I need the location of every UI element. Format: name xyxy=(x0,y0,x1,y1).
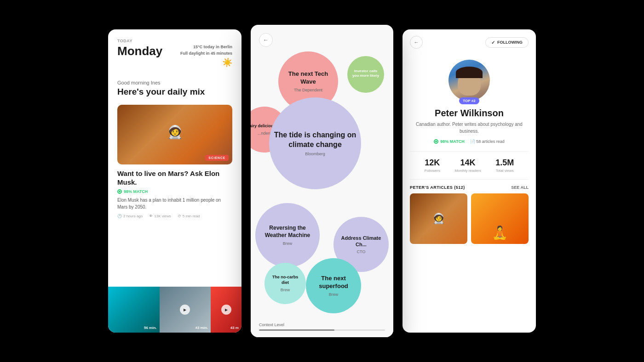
thumb-duration-1: 56 min. xyxy=(144,326,157,330)
thumbnail-2[interactable]: ▶ 43 min. xyxy=(160,287,211,333)
bubble-tide[interactable]: The tide is changing on climate change B… xyxy=(269,97,361,189)
views: 👁 13K views xyxy=(149,214,171,218)
top-badge: TOP #2 xyxy=(459,97,479,104)
articles-header: PETER'S ARTICLES (512) SEE ALL xyxy=(402,180,536,193)
article-thumb-2[interactable]: 🧘 xyxy=(471,193,529,244)
screen-daily-mix: TODAY Monday 15°C today in Berlin Full d… xyxy=(108,29,242,333)
play-button-2[interactable]: ▶ xyxy=(180,305,190,315)
bubble-green[interactable]: Investor calls you more likely xyxy=(347,56,384,93)
avatar-face xyxy=(458,70,481,96)
context-progress-track[interactable] xyxy=(259,329,385,331)
bubble-address-title: Address Climate Ch... xyxy=(338,235,384,248)
s1-header: TODAY Monday 15°C today in Berlin Full d… xyxy=(108,29,242,74)
bubble-reversing-title: Reversing the Weather Machine xyxy=(260,225,315,239)
play-button-3[interactable]: ▶ xyxy=(221,305,231,315)
match-indicator: 98% MATCH xyxy=(117,189,232,194)
bubble-tech-wave-title: The next Tech Wave xyxy=(283,70,334,86)
articles-read: 📄 58 articles read xyxy=(470,139,505,144)
sun-icon: ☀️ xyxy=(222,58,232,67)
weather-info: 15°C today in Berlin Full daylight in 45… xyxy=(180,44,232,69)
article-meta: 🕐 2 hours ago 👁 13K views ⏱ 5 min read xyxy=(117,214,232,218)
match-row: 98% MATCH 📄 58 articles read xyxy=(434,139,504,144)
bubble-green-title: Investor calls you more likely xyxy=(352,69,380,79)
bubble-tech-wave-subtitle: The Dependent xyxy=(294,88,322,92)
s3-header: ← ✓ FOLLOWING xyxy=(402,29,536,55)
bubble-superfood[interactable]: The next superfood Brew xyxy=(306,258,361,313)
greeting-section: Good morning Ines Here's your daily mix xyxy=(108,74,242,100)
followers-count: 12K xyxy=(425,158,440,168)
eye-icon: 👁 xyxy=(149,214,153,218)
stat-followers: 12K Followers xyxy=(425,158,440,173)
avatar-photo xyxy=(448,60,490,101)
today-label: TODAY xyxy=(117,39,232,43)
following-button[interactable]: ✓ FOLLOWING xyxy=(485,37,529,48)
articles-section-title: PETER'S ARTICLES (512) xyxy=(410,185,465,190)
following-label: FOLLOWING xyxy=(497,40,523,45)
total-views-label: Total views xyxy=(495,169,514,173)
article-title[interactable]: Want to live on Mars? Ask Elon Musk. xyxy=(117,169,232,187)
timer-icon: ⏱ xyxy=(178,214,181,218)
article-hero-image[interactable]: 🧑‍🚀 SCIENCE xyxy=(117,105,232,164)
match-pct: 98% MATCH xyxy=(440,139,464,144)
bubbles-area: The next Tech Wave The Dependent Investo… xyxy=(251,51,393,318)
monthly-readers-label: Monthly readers xyxy=(454,169,481,173)
match-circle-icon xyxy=(434,139,438,144)
stat-monthly-readers: 14K Monthly readers xyxy=(454,158,481,173)
author-bio: Canadian author. Peter writes about psyc… xyxy=(410,121,529,135)
bubble-tide-subtitle: Bloomberg xyxy=(305,152,325,156)
bubble-nocarbs-title: The no-carbs diet xyxy=(269,275,301,285)
back-button[interactable]: ← xyxy=(410,36,423,49)
bubble-tide-title: The tide is changing on climate change xyxy=(274,130,356,150)
avatar-hair xyxy=(456,67,483,78)
screen-bubbles: ← The next Tech Wave The Dependent Inves… xyxy=(251,25,393,337)
context-label: Context Level xyxy=(259,322,385,327)
context-bar: Context Level xyxy=(251,318,393,337)
time-ago: 🕐 2 hours ago xyxy=(117,214,143,218)
see-all-button[interactable]: SEE ALL xyxy=(511,185,529,190)
greeting-text: Good morning Ines xyxy=(117,80,232,85)
thumbnail-3[interactable]: ▶ 43 m xyxy=(211,287,242,333)
article-thumb-2-image: 🧘 xyxy=(492,225,508,240)
bubble-superfood-title: The next superfood xyxy=(310,275,356,290)
s2-header: ← xyxy=(251,25,393,51)
bubble-reversing-subtitle: Brew xyxy=(283,241,293,246)
thumb-duration-2: 43 min. xyxy=(195,326,208,330)
profile-section: TOP #2 Peter Wilkinson Canadian author. … xyxy=(402,55,536,151)
bubble-nocarbs[interactable]: The no-carbs diet Brew xyxy=(264,263,306,304)
context-progress-fill xyxy=(259,329,334,331)
astronaut-image: 🧑‍🚀 xyxy=(167,124,183,140)
mix-title: Here's your daily mix xyxy=(117,87,232,97)
read-time: ⏱ 5 min read xyxy=(178,214,200,218)
followers-label: Followers xyxy=(425,169,440,173)
avatar xyxy=(448,60,490,101)
article-description: Elon Musk has a plan to inhabit 1 millio… xyxy=(117,197,232,210)
article-thumb-1-image: 🧑‍🚀 xyxy=(410,193,467,244)
bubble-pink-left-subtitle: ...ndent xyxy=(258,131,271,136)
thumbnail-1[interactable]: 56 min. xyxy=(108,287,160,333)
clock-icon: 🕐 xyxy=(117,214,122,218)
bubble-address-subtitle: CTO xyxy=(357,249,366,254)
total-views-count: 1.5M xyxy=(495,158,514,168)
match-dot-icon xyxy=(117,189,122,194)
monthly-readers-count: 14K xyxy=(454,158,481,168)
day-name: Monday 15°C today in Berlin Full dayligh… xyxy=(117,44,232,69)
match-indicator: 98% MATCH xyxy=(434,139,464,144)
screen-profile: ← ✓ FOLLOWING TOP #2 Peter Wilkinson Can… xyxy=(402,29,536,333)
author-name: Peter Wilkinson xyxy=(435,108,504,119)
bubble-superfood-subtitle: Brew xyxy=(329,292,339,297)
stats-row: 12K Followers 14K Monthly readers 1.5M T… xyxy=(410,151,529,180)
article-thumbnails: 🧑‍🚀 🧘 xyxy=(402,193,536,333)
bubble-reversing[interactable]: Reversing the Weather Machine Brew xyxy=(255,203,320,267)
stat-total-views: 1.5M Total views xyxy=(495,158,514,173)
check-icon: ✓ xyxy=(491,40,495,45)
article-thumb-1[interactable]: 🧑‍🚀 xyxy=(410,193,467,244)
article-body: Want to live on Mars? Ask Elon Musk. 98%… xyxy=(108,164,242,221)
bubble-nocarbs-subtitle: Brew xyxy=(281,288,290,292)
document-icon: 📄 xyxy=(470,139,475,144)
thumbnail-row: 56 min. ▶ 43 min. ▶ 43 m xyxy=(108,287,242,333)
back-button[interactable]: ← xyxy=(259,33,273,47)
category-badge: SCIENCE xyxy=(205,155,229,161)
thumb-duration-3: 43 m xyxy=(230,326,239,330)
